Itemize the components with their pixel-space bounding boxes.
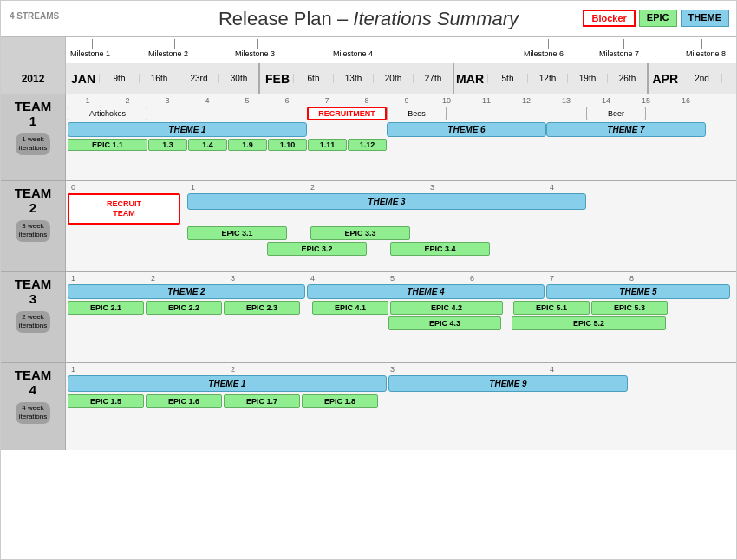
milestone-7: Milestone 7 — [599, 39, 639, 58]
theme4-t3[interactable]: THEME 4 — [307, 284, 545, 299]
epic-3-4[interactable]: EPIC 3.4 — [390, 242, 490, 256]
theme2-t3[interactable]: THEME 2 — [68, 284, 305, 299]
month-apr: APR 2nd 9th 16th 23rd — [647, 63, 737, 94]
team-2-content: 0 1 2 3 4 RECRUITTEAM THEME 3 EPIC 3.1 E… — [66, 181, 736, 271]
epic-1-7[interactable]: EPIC 1.7 — [224, 394, 300, 408]
team-4-row: TEAM4 4 weekiterations 1 2 3 4 THEME 1 T… — [1, 363, 736, 450]
theme6-t1[interactable]: THEME 6 — [387, 122, 546, 137]
theme1-t4[interactable]: THEME 1 — [68, 375, 387, 392]
legend-theme: THEME — [681, 10, 730, 27]
recruit-team-bar[interactable]: RECRUITTEAM — [68, 193, 180, 225]
team-1-label: TEAM1 1 weekiterations — [1, 94, 66, 180]
milestone-4: Milestone 4 — [333, 39, 373, 58]
bees-task[interactable]: Bees — [387, 107, 447, 120]
epic-4-1[interactable]: EPIC 4.1 — [312, 301, 388, 315]
main-title: Release Plan – Iterations Summary — [218, 8, 519, 30]
epic-1-10[interactable]: 1.10 — [268, 139, 307, 151]
epic-5-1[interactable]: EPIC 5.1 — [513, 301, 590, 315]
epic-1-11[interactable]: 1.11 — [308, 139, 347, 151]
team-2-row: TEAM2 3 weekiterations 0 1 2 3 4 RECRUIT… — [1, 181, 736, 272]
epic-1-1[interactable]: EPIC 1.1 — [68, 139, 147, 151]
epic-5-3[interactable]: EPIC 5.3 — [591, 301, 668, 315]
month-mar: MAR 5th 12th 19th 26th — [453, 63, 647, 94]
epic-1-6[interactable]: EPIC 1.6 — [146, 394, 222, 408]
theme7-t1[interactable]: THEME 7 — [546, 122, 706, 137]
recruitment-bar[interactable]: RECRUITMENT — [307, 107, 387, 120]
theme1-t1[interactable]: THEME 1 — [68, 122, 307, 137]
artichokes-task[interactable]: Artichokes — [68, 107, 147, 120]
epic-4-3[interactable]: EPIC 4.3 — [388, 316, 501, 330]
epic-1-12[interactable]: 1.12 — [348, 139, 387, 151]
epic-2-2[interactable]: EPIC 2.2 — [146, 301, 222, 315]
epic-2-3[interactable]: EPIC 2.3 — [224, 301, 300, 315]
theme9-t4[interactable]: THEME 9 — [388, 375, 628, 392]
legend-blocker: Blocker — [583, 10, 635, 27]
epic-3-1[interactable]: EPIC 3.1 — [187, 226, 287, 240]
epic-2-1[interactable]: EPIC 2.1 — [68, 301, 144, 315]
milestone-6: Milestone 6 — [524, 39, 564, 58]
epic-1-8[interactable]: EPIC 1.8 — [302, 394, 378, 408]
milestone-1: Milestone 1 — [70, 39, 110, 58]
epic-1-9[interactable]: 1.9 — [228, 139, 267, 151]
theme3-t2[interactable]: THEME 3 — [187, 193, 586, 210]
team-4-content: 1 2 3 4 THEME 1 THEME 9 EPIC 1.5 EPIC 1.… — [66, 363, 736, 450]
team-4-label: TEAM4 4 weekiterations — [1, 363, 66, 450]
beer-task[interactable]: Beer — [586, 107, 646, 120]
milestone-3: Milestone 3 — [235, 39, 275, 58]
team-2-label: TEAM2 3 weekiterations — [1, 181, 66, 271]
streams-label: 4 STREAMS — [10, 11, 59, 21]
team-1-content: 1 2 3 4 5 6 7 8 9 10 11 12 13 14 15 16 A… — [66, 94, 736, 180]
milestone-8: Milestone 8 — [675, 39, 736, 58]
milestone-2: Milestone 2 — [148, 39, 188, 58]
team-3-label: TEAM3 2 weekiterations — [1, 272, 66, 362]
legend-epic: EPIC — [639, 10, 677, 27]
epic-3-2[interactable]: EPIC 3.2 — [267, 242, 367, 256]
epic-4-2[interactable]: EPIC 4.2 — [390, 301, 503, 315]
month-jan: JAN 9th 16th 23rd 30th — [66, 63, 258, 94]
epic-1-4[interactable]: 1.4 — [188, 139, 227, 151]
team-3-content: 1 2 3 4 5 6 7 8 THEME 2 THEME 4 THEME 5 … — [66, 272, 736, 362]
epic-3-3[interactable]: EPIC 3.3 — [310, 226, 410, 240]
epic-1-3[interactable]: 1.3 — [148, 139, 187, 151]
epic-1-5[interactable]: EPIC 1.5 — [68, 394, 144, 408]
team-1-row: TEAM1 1 weekiterations 1 2 3 4 5 6 7 8 9… — [1, 94, 736, 181]
year-label: 2012 — [22, 73, 45, 85]
epic-5-2[interactable]: EPIC 5.2 — [512, 316, 666, 330]
team-3-row: TEAM3 2 weekiterations 1 2 3 4 5 6 7 8 T… — [1, 272, 736, 363]
theme5-t3[interactable]: THEME 5 — [546, 284, 730, 299]
month-feb: FEB 6th 13th 20th 27th — [258, 63, 453, 94]
